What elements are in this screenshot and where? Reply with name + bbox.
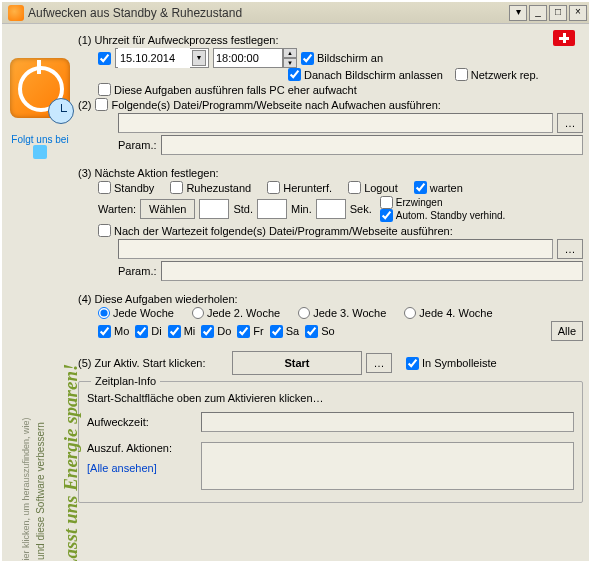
day-so[interactable]: So <box>305 325 334 338</box>
section1-label: (1) Uhrzeit für Aufweckprozess festlegen… <box>78 34 583 46</box>
param-input-2[interactable] <box>161 261 583 281</box>
week4-radio[interactable]: Jede 4. Woche <box>404 307 492 319</box>
wait-label: Warten: <box>98 203 136 215</box>
schedule-info-fieldset: Zeitplan-Info Start-Schaltfläche oben zu… <box>78 381 583 503</box>
param-input-1[interactable] <box>161 135 583 155</box>
promo-text[interactable]: Lasst uns Energie sparen! …und diese Sof… <box>6 316 72 563</box>
twitter-icon[interactable] <box>33 145 47 159</box>
network-repair-checkbox[interactable]: Netzwerk rep. <box>455 68 539 81</box>
logout-checkbox[interactable]: Logout <box>348 181 398 194</box>
sidebar: Folgt uns bei Lasst uns Energie sparen! … <box>8 30 72 509</box>
day-fr[interactable]: Fr <box>237 325 263 338</box>
actions-label: Auszuf. Aktionen: <box>87 442 197 454</box>
section2-num: (2) <box>78 99 91 111</box>
time-up[interactable]: ▲ <box>283 48 297 58</box>
tray-checkbox[interactable]: In Symbolleiste <box>406 357 497 370</box>
follow-link[interactable]: Folgt uns bei <box>8 134 72 159</box>
week1-radio[interactable]: Jede Woche <box>98 307 174 319</box>
wake-time-label: Aufweckzeit: <box>87 416 197 428</box>
window-title: Aufwecken aus Standby & Ruhezustand <box>28 6 509 20</box>
maximize-button[interactable]: □ <box>549 5 567 21</box>
clock-icon <box>48 98 74 124</box>
date-dropdown-icon[interactable]: ▼ <box>192 50 206 66</box>
app-logo <box>10 58 70 118</box>
app-icon <box>8 5 24 21</box>
param-label-2: Param.: <box>118 265 157 277</box>
close-button[interactable]: × <box>569 5 587 21</box>
choose-button[interactable]: Wählen <box>140 199 195 219</box>
time-input[interactable] <box>213 48 283 68</box>
schedule-hint: Start-Schaltfläche oben zum Aktivieren k… <box>87 392 574 404</box>
earlier-wake-checkbox[interactable]: Diese Aufgaben ausführen falls PC eher a… <box>98 83 357 96</box>
week3-radio[interactable]: Jede 3. Woche <box>298 307 386 319</box>
run-after-wake-input[interactable] <box>118 113 553 133</box>
screen-stay-checkbox[interactable]: Danach Bildschirm anlassen <box>288 68 443 81</box>
run-after-wake-checkbox[interactable]: Folgende(s) Datei/Programm/Webseite nach… <box>95 98 440 111</box>
time-down[interactable]: ▼ <box>283 58 297 68</box>
shutdown-checkbox[interactable]: Herunterf. <box>267 181 332 194</box>
wait-minutes[interactable] <box>257 199 287 219</box>
day-di[interactable]: Di <box>135 325 161 338</box>
section3-label: (3) Nächste Aktion festlegen: <box>78 167 583 179</box>
wait-seconds[interactable] <box>316 199 346 219</box>
day-mi[interactable]: Mi <box>168 325 196 338</box>
date-picker[interactable]: ▼ <box>115 48 209 68</box>
actions-display <box>201 442 574 490</box>
enable-date-checkbox[interactable] <box>98 52 111 65</box>
day-mo[interactable]: Mo <box>98 325 129 338</box>
all-days-button[interactable]: Alle <box>551 321 583 341</box>
section5-label: (5) Zur Aktiv. Start klicken: <box>78 357 228 369</box>
wake-time-display <box>201 412 574 432</box>
after-wait-input[interactable] <box>118 239 553 259</box>
view-all-link[interactable]: [Alle ansehen] <box>87 462 197 474</box>
menu-button[interactable]: ▾ <box>509 5 527 21</box>
browse-button-1[interactable]: … <box>557 113 583 133</box>
wait-checkbox[interactable]: warten <box>414 181 463 194</box>
day-sa[interactable]: Sa <box>270 325 299 338</box>
screen-on-checkbox[interactable]: Bildschirm an <box>301 52 383 65</box>
hibernate-checkbox[interactable]: Ruhezustand <box>170 181 251 194</box>
standby-checkbox[interactable]: Standby <box>98 181 154 194</box>
titlebar: Aufwecken aus Standby & Ruhezustand ▾ _ … <box>2 2 589 24</box>
schedule-info-legend: Zeitplan-Info <box>91 375 160 387</box>
week2-radio[interactable]: Jede 2. Woche <box>192 307 280 319</box>
time-picker[interactable]: ▲▼ <box>213 48 297 68</box>
section4-label: (4) Diese Aufgaben wiederholen: <box>78 293 583 305</box>
wait-hours[interactable] <box>199 199 229 219</box>
minimize-button[interactable]: _ <box>529 5 547 21</box>
day-do[interactable]: Do <box>201 325 231 338</box>
date-input[interactable] <box>118 48 190 68</box>
prevent-autostandby-checkbox[interactable]: Autom. Standby verhind. <box>380 209 506 222</box>
start-options-button[interactable]: … <box>366 353 392 373</box>
browse-button-2[interactable]: … <box>557 239 583 259</box>
start-button[interactable]: Start <box>232 351 362 375</box>
force-checkbox[interactable]: Erzwingen <box>380 196 506 209</box>
after-wait-run-checkbox[interactable]: Nach der Wartezeit folgende(s) Datei/Pro… <box>98 224 453 237</box>
param-label-1: Param.: <box>118 139 157 151</box>
swiss-plus-icon[interactable] <box>553 30 575 46</box>
